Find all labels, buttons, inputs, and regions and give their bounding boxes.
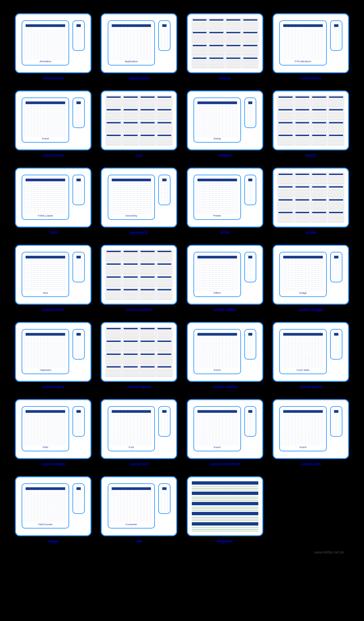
mini-thumbnail[interactable]: [157, 134, 173, 145]
preview-pane-side[interactable]: [72, 97, 85, 128]
mini-thumbnail[interactable]: [311, 121, 327, 133]
package-card[interactable]: Application: [101, 13, 177, 73]
preview-pane-main[interactable]: FXMLLoader: [22, 175, 69, 220]
mini-thumbnail[interactable]: [295, 108, 310, 120]
preview-pane-side[interactable]: [72, 252, 85, 282]
package-title[interactable]: scene.shape: [41, 462, 65, 466]
mini-thumbnail[interactable]: [123, 288, 139, 300]
preview-pane-main[interactable]: Effect: [193, 252, 241, 297]
preview-pane-main[interactable]: Path: [22, 406, 69, 451]
preview-pane-main[interactable]: Swing: [193, 97, 241, 143]
mini-thumbnail[interactable]: [295, 121, 310, 133]
mini-thumbnail[interactable]: [106, 275, 122, 287]
mini-thumbnail[interactable]: [278, 198, 294, 210]
preview-pane-side[interactable]: [244, 406, 257, 437]
mini-thumbnail[interactable]: [140, 250, 156, 261]
preview-pane-main[interactable]: Animation: [22, 20, 69, 66]
package-card[interactable]: Event: [273, 399, 349, 459]
mini-thumbnail[interactable]: [278, 211, 294, 223]
package-cell-fxml[interactable]: FXMLLoader fxml: [13, 168, 93, 235]
package-card[interactable]: FXMLLoader: [15, 168, 91, 228]
mini-thumbnail[interactable]: [106, 262, 122, 274]
package-cell-scene[interactable]: scene: [271, 168, 351, 235]
preview-pane-main[interactable]: Geometry: [108, 175, 155, 220]
mini-thumbnail[interactable]: [140, 353, 156, 364]
mini-thumbnail[interactable]: [140, 365, 156, 377]
package-cell-scene-shape[interactable]: Path scene.shape: [13, 399, 93, 466]
preview-pane-side[interactable]: [158, 175, 171, 205]
package-card[interactable]: Swing: [187, 90, 263, 150]
mini-thumbnail[interactable]: [123, 340, 139, 351]
mini-thumbnail[interactable]: [140, 262, 156, 274]
mini-thumbnail[interactable]: [140, 134, 156, 145]
package-card[interactable]: FileChooser: [15, 476, 91, 536]
preview-pane-main[interactable]: FXCollections: [279, 20, 327, 66]
mini-thumbnail[interactable]: [208, 57, 224, 68]
package-title[interactable]: collections: [301, 76, 321, 80]
mini-thumbnail[interactable]: [157, 121, 173, 133]
package-cell-geometry[interactable]: Geometry geometry: [99, 168, 179, 235]
package-cell-scene-input[interactable]: Clipboard scene.input: [13, 322, 93, 389]
preview-pane-main[interactable]: Event: [279, 406, 327, 451]
mini-thumbnail[interactable]: [123, 275, 139, 287]
preview-pane-side[interactable]: [244, 329, 257, 360]
package-card[interactable]: Effect: [187, 245, 263, 305]
mini-thumbnail[interactable]: [157, 327, 173, 339]
preview-pane-main[interactable]: Clipboard: [22, 329, 69, 374]
preview-pane-side[interactable]: [72, 20, 85, 51]
mini-thumbnail[interactable]: [140, 275, 156, 287]
mini-thumbnail[interactable]: [225, 18, 241, 30]
mini-thumbnail[interactable]: [106, 121, 122, 133]
mini-thumbnail[interactable]: [192, 18, 208, 30]
mini-thumbnail[interactable]: [106, 288, 122, 300]
preview-pane-main[interactable]: Color table: [279, 329, 327, 374]
package-cell-event[interactable]: event: [271, 90, 351, 158]
package-title[interactable]: scene.input: [42, 385, 64, 389]
mini-thumbnail[interactable]: [225, 44, 241, 56]
preview-pane-side[interactable]: [158, 406, 171, 437]
preview-pane-side[interactable]: [330, 252, 342, 282]
package-title[interactable]: print: [220, 230, 229, 235]
package-cell-scene-chart[interactable]: Axis scene.chart: [13, 245, 93, 312]
mini-thumbnail[interactable]: [106, 250, 122, 261]
package-title[interactable]: scene.control: [126, 307, 152, 312]
mini-thumbnail[interactable]: [311, 173, 327, 184]
mini-thumbnail[interactable]: [192, 57, 208, 68]
mini-thumbnail[interactable]: [295, 185, 310, 197]
package-cell-application[interactable]: Application application: [99, 13, 179, 80]
mini-thumbnail[interactable]: [157, 365, 173, 377]
package-cell-scene-text[interactable]: Font scene.text: [99, 399, 179, 466]
package-title[interactable]: css: [136, 153, 142, 158]
mini-thumbnail[interactable]: [106, 327, 122, 339]
mini-thumbnail[interactable]: [140, 95, 156, 107]
package-card[interactable]: [187, 476, 263, 536]
package-card[interactable]: Event: [15, 90, 91, 150]
mini-thumbnail[interactable]: [225, 57, 241, 68]
mini-thumbnail[interactable]: [295, 173, 310, 184]
package-title[interactable]: application: [129, 76, 150, 80]
preview-pane-side[interactable]: [330, 406, 342, 437]
preview-pane-main[interactable]: Converter: [108, 483, 155, 529]
mini-thumbnail[interactable]: [123, 353, 139, 364]
package-title[interactable]: scene.paint: [300, 385, 322, 389]
mini-thumbnail[interactable]: [157, 108, 173, 120]
mini-thumbnail[interactable]: [123, 262, 139, 274]
package-cell-scene-web[interactable]: Event scene.web: [271, 399, 351, 466]
package-cell-animations[interactable]: Animation animations: [13, 13, 93, 80]
package-cell-collections[interactable]: FXCollections collections: [271, 13, 351, 80]
package-title[interactable]: scene.text: [129, 462, 149, 466]
mini-thumbnail[interactable]: [106, 134, 122, 145]
package-title[interactable]: scene.layout: [127, 385, 151, 389]
mini-thumbnail[interactable]: [328, 95, 344, 107]
mini-thumbnail[interactable]: [140, 288, 156, 300]
preview-pane-main[interactable]: Axis: [22, 252, 69, 297]
package-title[interactable]: concurrent: [43, 153, 64, 158]
mini-thumbnail[interactable]: [106, 365, 122, 377]
mini-thumbnail[interactable]: [123, 134, 139, 145]
preview-pane-side[interactable]: [244, 97, 257, 128]
preview-pane-main[interactable]: Event: [193, 329, 241, 374]
preview-pane-main[interactable]: Printer: [193, 175, 241, 220]
package-cell-print[interactable]: Printer print: [185, 168, 265, 235]
mini-thumbnail[interactable]: [157, 353, 173, 364]
package-card[interactable]: FXCollections: [273, 13, 349, 73]
